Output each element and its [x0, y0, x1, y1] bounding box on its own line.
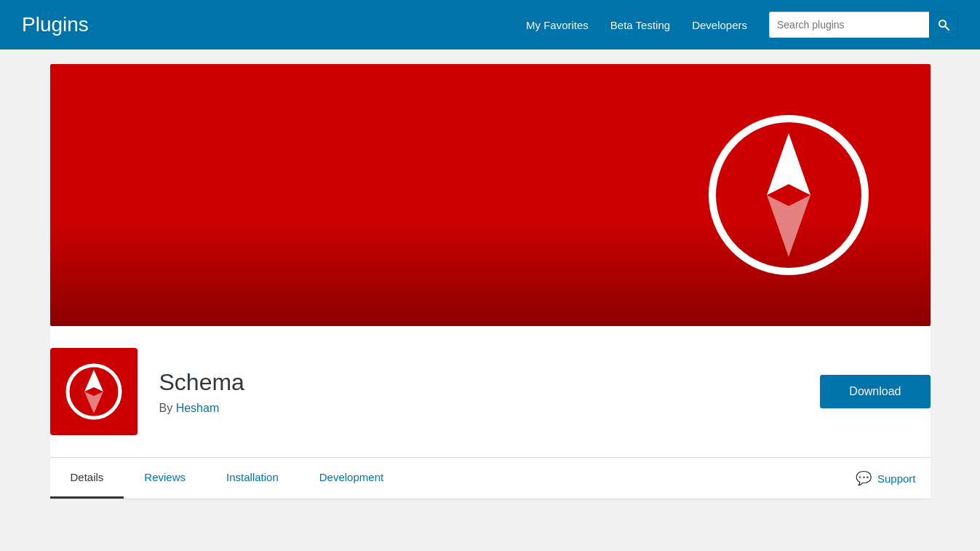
plugin-icon [50, 348, 138, 435]
tabs-nav: Details Reviews Installation Development… [50, 458, 931, 499]
tab-reviews[interactable]: Reviews [124, 458, 206, 499]
tabs-section: Details Reviews Installation Development… [50, 457, 931, 499]
main-content: Schema By Hesham Download Details Review… [50, 49, 931, 499]
svg-line-1 [945, 26, 949, 30]
plugin-compass-icon [65, 362, 123, 421]
plugin-card: Schema By Hesham Download Details Review… [50, 326, 931, 499]
search-button[interactable] [929, 12, 958, 38]
plugin-name: Schema [159, 369, 799, 396]
banner-compass-icon [705, 111, 872, 279]
plugin-author: By Hesham [159, 402, 799, 415]
author-prefix: By [159, 402, 173, 414]
search-wrapper [769, 12, 958, 38]
tab-installation[interactable]: Installation [206, 458, 299, 499]
nav-my-favorites[interactable]: My Favorites [526, 19, 589, 31]
svg-marker-3 [767, 133, 810, 195]
tab-details[interactable]: Details [50, 458, 124, 499]
header-nav: My Favorites Beta Testing Developers [526, 12, 958, 38]
svg-marker-7 [84, 392, 103, 413]
support-icon: 💬 [856, 470, 872, 486]
download-button[interactable]: Download [820, 375, 930, 408]
header: Plugins My Favorites Beta Testing Develo… [0, 0, 980, 49]
plugin-details: Schema By Hesham [159, 369, 799, 415]
author-link[interactable]: Hesham [176, 402, 220, 414]
support-link[interactable]: 💬 Support [841, 460, 931, 496]
plugin-info: Schema By Hesham Download [50, 326, 931, 450]
nav-developers[interactable]: Developers [692, 19, 747, 31]
plugin-banner [50, 64, 931, 326]
search-input[interactable] [769, 12, 929, 38]
search-icon [938, 19, 949, 31]
nav-beta-testing[interactable]: Beta Testing [610, 19, 670, 31]
page-title: Plugins [22, 13, 497, 36]
tab-development[interactable]: Development [299, 458, 404, 499]
support-label: Support [877, 472, 916, 485]
svg-marker-6 [84, 370, 103, 392]
svg-marker-4 [767, 195, 810, 257]
